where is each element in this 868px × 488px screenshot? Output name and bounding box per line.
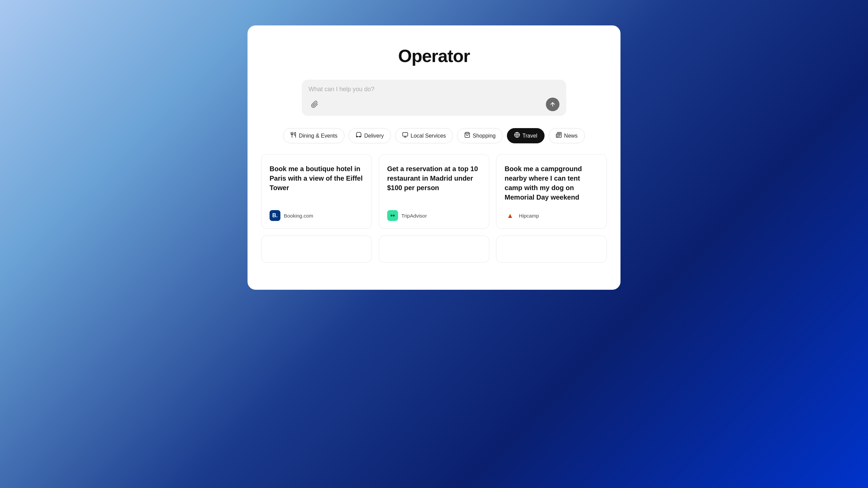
bottom-card-2[interactable] [379, 236, 490, 263]
card3-service: Hipcamp [519, 213, 539, 219]
search-footer [309, 98, 559, 111]
dining-label: Dining & Events [299, 133, 337, 139]
card3-text: Book me a campground nearby where I can … [505, 164, 598, 202]
category-dining[interactable]: Dining & Events [283, 128, 344, 143]
card2-text: Get a reservation at a top 10 restaurant… [387, 164, 481, 202]
category-local[interactable]: Local Services [395, 128, 453, 143]
hipcamp-logo: ▲ [505, 210, 515, 221]
delivery-label: Delivery [364, 133, 384, 139]
search-input[interactable] [309, 86, 559, 93]
card1-service: Booking.com [284, 213, 313, 219]
local-icon [402, 132, 408, 140]
svg-point-9 [391, 215, 392, 216]
search-box [302, 80, 566, 116]
shopping-icon [464, 132, 470, 140]
card3-footer: ▲ Hipcamp [505, 210, 598, 221]
bottom-card-1[interactable] [261, 236, 372, 263]
news-label: News [564, 133, 578, 139]
card2-footer: TripAdvisor [387, 210, 481, 221]
shopping-label: Shopping [473, 133, 496, 139]
bottom-cards-row [261, 236, 607, 263]
travel-label: Travel [522, 133, 537, 139]
svg-point-10 [393, 215, 394, 216]
main-panel: Operator Dining & Events [248, 25, 620, 290]
dining-icon [290, 132, 296, 140]
send-button[interactable] [546, 98, 559, 111]
tripadvisor-logo [387, 210, 398, 221]
category-shopping[interactable]: Shopping [457, 128, 503, 143]
travel-icon [514, 132, 520, 140]
card-boutique-hotel[interactable]: Book me a boutique hotel in Paris with a… [261, 154, 372, 229]
attach-button[interactable] [309, 98, 321, 110]
category-news[interactable]: News [549, 128, 585, 143]
card2-service: TripAdvisor [401, 213, 427, 219]
cards-grid: Book me a boutique hotel in Paris with a… [261, 154, 607, 229]
card1-footer: B. Booking.com [270, 210, 363, 221]
attach-icon [311, 101, 318, 108]
card1-text: Book me a boutique hotel in Paris with a… [270, 164, 363, 202]
card-campground[interactable]: Book me a campground nearby where I can … [496, 154, 607, 229]
category-travel[interactable]: Travel [507, 128, 545, 143]
delivery-icon [356, 132, 362, 140]
send-icon [550, 101, 556, 107]
card-restaurant-madrid[interactable]: Get a reservation at a top 10 restaurant… [379, 154, 490, 229]
app-title: Operator [398, 46, 470, 66]
bottom-card-3[interactable] [496, 236, 607, 263]
booking-logo: B. [270, 210, 280, 221]
news-icon [556, 132, 562, 140]
svg-rect-3 [403, 133, 408, 136]
category-delivery[interactable]: Delivery [349, 128, 391, 143]
local-label: Local Services [411, 133, 446, 139]
tripadvisor-icon [389, 212, 396, 219]
categories-bar: Dining & Events Delivery Local Services … [283, 128, 585, 143]
